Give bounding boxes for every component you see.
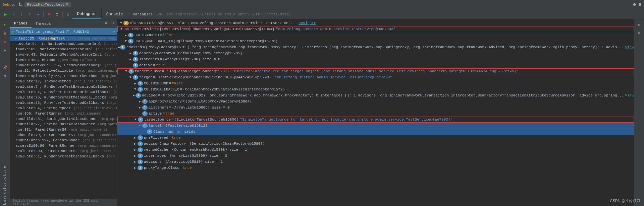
navigate-class0[interactable]: Navigate: [299, 21, 316, 25]
stop-side-icon[interactable]: ■: [1, 38, 9, 46]
expand-targetsource-1[interactable]: ▼: [124, 70, 128, 73]
frame-item-13[interactable]: evaluate:84, SpringRepeat (org.springfra…: [10, 106, 117, 111]
frame-item-6[interactable]: run:12, ReflectiveCallable (org.junit.in…: [10, 68, 117, 73]
var-row-active-1[interactable]: i active = true: [117, 62, 634, 68]
frame-item-12[interactable]: evaluate:86, RunAfterTestMethodCallbacks…: [10, 100, 117, 106]
frame-item-8[interactable]: evaluate:17, InvokeMethod (org.junit.int…: [10, 79, 117, 84]
frame-item-18[interactable]: schedule:79, ParentRunner$1 (org.junit.r…: [10, 132, 117, 138]
var-row-cglib-bound-2[interactable]: ▶ i CGLIB$BOUND = false: [117, 80, 634, 86]
frame-item-19[interactable]: runChildren:329, ParentRunner (org.junit…: [10, 138, 117, 143]
frame-item-10[interactable]: evaluate:84, RunAfterTestExecutionCallba…: [10, 89, 117, 95]
expand-proxytarget[interactable]: ▶: [133, 166, 138, 170]
var-row-advisorchain[interactable]: ▶ i advisorChainFactory = {DefaultAdviso…: [117, 141, 634, 147]
var-row-class0[interactable]: ▼ C class0 = (Class@5065) "class com.zef…: [117, 20, 634, 26]
var-row-target-1[interactable]: ▼ i target = {TestService$$EnhancerBySpr…: [117, 74, 634, 80]
frame-item-17[interactable]: run:331, ParentRunner$4 (org.junit.runne…: [10, 127, 117, 132]
expand-target-1[interactable]: ▼: [128, 76, 133, 79]
expand-cglib-bound-1[interactable]: ▶: [123, 33, 128, 37]
resume-side-icon[interactable]: ▶: [1, 21, 9, 28]
var-row-interfaces[interactable]: ▶ i interfaces = {ArrayList@15809} size …: [117, 153, 634, 159]
var-row-targetsource-2[interactable]: ▼ i targetSource = {SingletonTargetSourc…: [117, 117, 634, 123]
var-row-no-fields[interactable]: i Class has no fields: [117, 129, 634, 135]
expand-prefiltered[interactable]: ▶: [133, 136, 138, 140]
frame-item-3[interactable]: invoke:43, DelegatingMethodAccessorImpl …: [10, 52, 117, 57]
var-row-testservice[interactable]: ▼ oo testService = {TestService$$Enhance…: [117, 26, 634, 32]
var-row-advised-1[interactable]: ▶ i advised = {ProxyFactory@15783} "org.…: [117, 44, 634, 50]
mute-icon[interactable]: ◉: [1, 29, 9, 37]
var-row-proxytarget[interactable]: ▶ i proxyTargetClass = true: [117, 165, 634, 171]
right-settings-icon[interactable]: ⚙: [636, 21, 643, 28]
expand-callback0-2[interactable]: ▼: [133, 88, 138, 91]
frame-item-2[interactable]: invoke:62, NativeMethodAccessorImpl (sun…: [10, 47, 117, 52]
expand-class0[interactable]: ▼: [119, 21, 123, 25]
frame-item-11[interactable]: evaluate:75, RunBeforeTestMethodCallback…: [10, 95, 117, 100]
navigate-advised-1[interactable]: View: [625, 45, 634, 49]
var-row-cglib-bound-1[interactable]: ▶ i CGLIB$BOUND = false: [117, 32, 634, 38]
var-row-active-2[interactable]: i active = true: [117, 111, 634, 117]
var-row-callback0-2[interactable]: ▼ i CGLIB$CALLBACK_0 = {CglibAopProxy$Dy…: [117, 86, 634, 92]
run-to-cursor-btn[interactable]: ⇢: [34, 11, 42, 18]
close-tab-icon[interactable]: ×: [66, 3, 68, 6]
var-row-targetsource-1[interactable]: ▼ i targetSource = {SingletonTargetSourc…: [117, 68, 634, 74]
restore-layout-btn[interactable]: ⊞: [64, 11, 72, 18]
add-watch-icon[interactable]: +: [110, 19, 117, 27]
step-into-btn[interactable]: ↓: [18, 11, 25, 18]
expand-cglib-bound-2[interactable]: ▶: [133, 82, 138, 85]
expand-listeners-1[interactable]: ▶: [128, 58, 133, 61]
settings-icon[interactable]: ⚙: [633, 2, 636, 7]
step-over-btn[interactable]: ⤵: [10, 11, 17, 18]
frames-tab[interactable]: Frames: [10, 19, 32, 28]
expand-advisorchain[interactable]: ▶: [133, 142, 138, 146]
frame-item-5[interactable]: runReflectiveCall:59, FrameworkMethod$1 …: [10, 63, 117, 68]
expand-testservice[interactable]: ▼: [119, 27, 124, 31]
frame-item-14[interactable]: run:366, ParentRunner (org.junit.runners…: [10, 111, 117, 116]
frame-item-16[interactable]: runChild:97, SpringJUnit4ClassRunner (or…: [10, 122, 117, 127]
filter-thread-icon[interactable]: ▽: [113, 29, 115, 34]
frame-item-0[interactable]: ▶ test:35, RedisMapTest (com.zefang.snst…: [10, 36, 117, 41]
expand-methodcache[interactable]: ▶: [133, 148, 138, 152]
expand-advised-2[interactable]: ▶: [132, 94, 136, 97]
var-row-callback0-1[interactable]: ▼ i CGLIB$CALLBACK_0 = (CglibAopProxy$Dy…: [117, 38, 634, 44]
settings-side-icon[interactable]: ⚙: [1, 72, 9, 80]
var-row-aopproxy-1[interactable]: ▶ i aopProxyFactory = {DefaultAopProxyFa…: [117, 50, 634, 56]
evaluate-btn[interactable]: ⚙: [53, 11, 61, 18]
expand-callback0-1[interactable]: ▼: [123, 40, 128, 43]
var-row-target-2[interactable]: ▼ i target = {TestService@15812}: [117, 123, 634, 129]
frame-item-9[interactable]: evaluate:74, RunBeforeTestExecutionCallb…: [10, 84, 117, 89]
step-out-btn[interactable]: ↑: [26, 11, 34, 18]
frame-item-21[interactable]: evaluate:293, ParentRunner$2 (org.junit.…: [10, 148, 117, 154]
layout-icon[interactable]: ⊞: [639, 2, 641, 7]
expand-listeners-2[interactable]: ▶: [138, 106, 142, 110]
var-row-listeners-1[interactable]: ▶ i listeners = {ArrayList@15786} size =…: [117, 56, 634, 62]
stop-btn[interactable]: ■: [45, 11, 53, 18]
expand-targetsource-2[interactable]: ▼: [133, 118, 138, 121]
expand-target-2[interactable]: ▼: [138, 124, 142, 127]
expand-aopproxy-1[interactable]: ▶: [128, 52, 133, 55]
var-row-advised-2[interactable]: ▶ i advised = {ProxyFactory@15802} "org.…: [117, 92, 634, 98]
expand-aopproxy-2[interactable]: ▶: [138, 100, 142, 104]
frame-item-4[interactable]: invoke:498, Method (java.lang.reflect): [10, 57, 117, 63]
frame-item-1[interactable]: invoke:0, -1, NativeMethodAccessorImpl (…: [10, 41, 117, 47]
var-row-methodcache[interactable]: ▶ i methodCache = {ConcurrentHashMap@158…: [117, 147, 634, 153]
console-tab[interactable]: Console: [102, 9, 128, 19]
frame-item-7[interactable]: invokeExplosively:56, FrameworkMethod (o…: [10, 73, 117, 79]
threads-tab[interactable]: Threads: [32, 19, 55, 28]
right-layout-icon[interactable]: ⊞: [636, 29, 643, 36]
navigate-advised-2[interactable]: View: [625, 93, 634, 97]
filter-icon[interactable]: ▽: [102, 19, 110, 27]
frame-item-20[interactable]: access$100:66, ParentRunner (org.junit.r…: [10, 143, 117, 148]
resume-btn[interactable]: ▶: [2, 11, 9, 18]
var-row-prefiltered[interactable]: ▶ i preFiltered = true: [117, 135, 634, 141]
var-row-advisors[interactable]: ▶ i advisors = {ArrayList@15810} size = …: [117, 159, 634, 165]
expand-advisors[interactable]: ▶: [133, 160, 138, 164]
var-row-listeners-2[interactable]: ▶ i listeners = {ArrayList@15805} size =…: [117, 105, 634, 111]
expand-interfaces[interactable]: ▶: [133, 154, 138, 158]
var-row-aopproxy-2[interactable]: ▶ i aopProxyFactory = {DefaultAopProxyFa…: [117, 98, 634, 105]
pin-icon[interactable]: 📌: [1, 64, 9, 71]
debugger-tab[interactable]: Debugger: [72, 9, 102, 19]
dummy-icon-1[interactable]: ⊖: [1, 47, 9, 54]
frame-item-15[interactable]: runChild:251, SpringJUnit4ClassRunner (o…: [10, 116, 117, 122]
frame-item-22[interactable]: evaluate:61, RunBeforeTestClassCallbacks…: [10, 154, 117, 159]
active-tab[interactable]: RedisMapTest.test ×: [24, 2, 71, 7]
evaluate-input[interactable]: [155, 12, 642, 16]
